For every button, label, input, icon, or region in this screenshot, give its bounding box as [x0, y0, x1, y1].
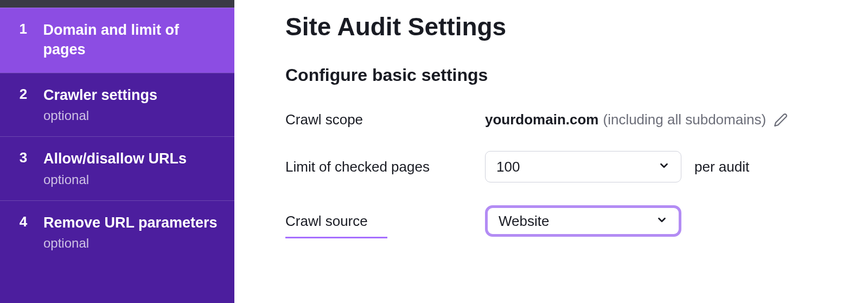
- crawl-scope-domain: yourdomain.com: [485, 111, 598, 128]
- sidebar-item-title: Remove URL parameters: [43, 213, 218, 232]
- sidebar-item-subtitle: optional: [43, 108, 157, 123]
- sidebar-item-remove-url-params[interactable]: 4 Remove URL parameters optional: [0, 200, 234, 264]
- crawl-scope-row: Crawl scope yourdomain.com (including al…: [285, 111, 838, 128]
- chevron-down-icon: [658, 159, 670, 175]
- crawl-source-label: Crawl source: [285, 213, 472, 230]
- limit-pages-label: Limit of checked pages: [285, 159, 472, 175]
- limit-pages-suffix: per audit: [694, 159, 749, 175]
- crawl-source-select[interactable]: Website: [485, 205, 681, 237]
- page-title: Site Audit Settings: [285, 12, 838, 41]
- main-panel: Site Audit Settings Configure basic sett…: [234, 0, 868, 303]
- crawl-scope-value: yourdomain.com (including all subdomains…: [485, 111, 788, 128]
- crawl-source-row: Crawl source Website: [285, 205, 838, 237]
- sidebar-item-number: 3: [18, 149, 28, 167]
- sidebar-item-number: 2: [18, 85, 28, 104]
- sidebar-item-subtitle: optional: [43, 172, 187, 187]
- limit-pages-select[interactable]: 100: [485, 151, 681, 182]
- sidebar-item-allow-disallow[interactable]: 3 Allow/disallow URLs optional: [0, 136, 234, 200]
- sidebar-item-title: Crawler settings: [43, 85, 157, 105]
- sidebar-item-number: 4: [18, 213, 28, 231]
- crawl-source-value: Website: [499, 213, 549, 230]
- chevron-down-icon: [656, 213, 668, 230]
- sidebar-item-crawler-settings[interactable]: 2 Crawler settings optional: [0, 73, 234, 136]
- edit-icon[interactable]: [774, 113, 788, 127]
- settings-sidebar: 1 Domain and limit of pages 2 Crawler se…: [0, 0, 234, 303]
- sidebar-item-title: Domain and limit of pages: [43, 20, 219, 60]
- crawl-scope-label: Crawl scope: [285, 111, 472, 128]
- sidebar-item-subtitle: optional: [43, 236, 218, 251]
- sidebar-topbar: [0, 0, 234, 8]
- sidebar-item-domain-limit[interactable]: 1 Domain and limit of pages: [0, 8, 234, 73]
- crawl-scope-hint: (including all subdomains): [603, 111, 766, 128]
- sidebar-item-number: 1: [18, 20, 28, 39]
- limit-pages-row: Limit of checked pages 100 per audit: [285, 151, 838, 182]
- section-title: Configure basic settings: [285, 65, 838, 85]
- sidebar-item-title: Allow/disallow URLs: [43, 149, 187, 168]
- limit-pages-value: 100: [496, 159, 520, 175]
